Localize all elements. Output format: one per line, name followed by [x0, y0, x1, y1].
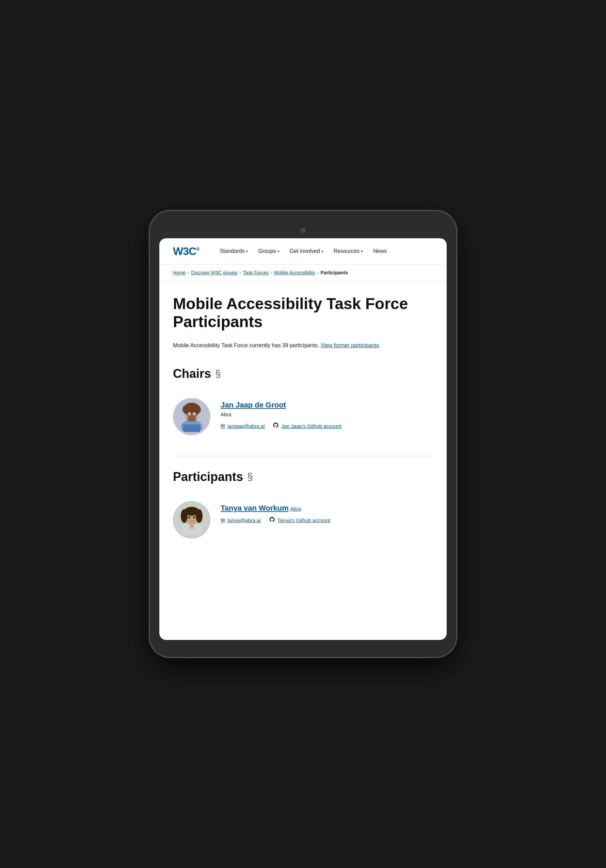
breadcrumb-sep-3: ›: [271, 270, 272, 275]
logo-reg: ®: [196, 246, 199, 252]
view-former-participants-link[interactable]: View former participants: [321, 343, 379, 348]
chair-card-jan: Jan Jaap de Groot Abra ✉ janjaap@abra.ai: [173, 391, 433, 442]
svg-point-5: [186, 403, 198, 410]
breadcrumb-mobile-accessibility[interactable]: Mobile Accessibility: [274, 270, 315, 275]
svg-point-19: [185, 507, 198, 514]
participant-count: Mobile Accessibility Task Force currentl…: [173, 341, 433, 350]
github-link-tanya[interactable]: Tanya's Github account: [269, 516, 330, 524]
chevron-down-icon: ▾: [321, 249, 324, 254]
breadcrumb-sep-2: ›: [240, 270, 241, 275]
github-icon: [269, 516, 275, 524]
person-org-tanya[interactable]: Abra: [290, 506, 301, 512]
device-camera: [301, 228, 305, 233]
nav-bar: W3C® Standards ▾ Groups ▾ Get involved ▾…: [159, 238, 447, 265]
nav-standards[interactable]: Standards ▾: [216, 246, 251, 256]
avatar-jan: [173, 398, 211, 436]
participants-section-symbol: §: [247, 471, 253, 483]
device-frame: W3C® Standards ▾ Groups ▾ Get involved ▾…: [150, 211, 456, 657]
w3c-logo[interactable]: W3C®: [173, 246, 199, 257]
breadcrumb-sep-4: ›: [317, 270, 319, 275]
logo-text: W3C®: [173, 246, 199, 257]
breadcrumb-discover[interactable]: Discover W3C groups: [191, 270, 237, 275]
nav-groups[interactable]: Groups ▾: [255, 246, 282, 256]
chevron-down-icon: ▾: [277, 249, 279, 254]
person-links-jan: ✉ janjaap@abra.ai Jan Jaap's Github acco…: [221, 422, 433, 429]
participants-heading: Participants §: [173, 470, 433, 484]
person-info-jan: Jan Jaap de Groot Abra ✉ janjaap@abra.ai: [221, 398, 433, 436]
chairs-section-symbol: §: [215, 368, 221, 380]
person-org-jan: Abra: [221, 412, 433, 417]
svg-line-9: [185, 414, 187, 414]
email-link-tanya[interactable]: ✉ tanya@abra.ai: [221, 517, 261, 524]
breadcrumb-home[interactable]: Home: [173, 270, 186, 275]
main-content: Mobile Accessibility Task Force Particip…: [159, 281, 447, 576]
participant-card-tanya: Tanya van Workum Abra ✉ tanya@abra.ai: [173, 494, 433, 545]
person-name-jan[interactable]: Jan Jaap de Groot: [221, 401, 286, 409]
svg-rect-12: [183, 425, 200, 432]
nav-get-involved[interactable]: Get involved ▾: [286, 246, 327, 256]
svg-point-20: [188, 516, 190, 519]
nav-resources[interactable]: Resources ▾: [330, 246, 366, 256]
github-link-jan[interactable]: Jan Jaap's Github account: [273, 422, 341, 429]
breadcrumb: Home › Discover W3C groups › Task Forces…: [159, 265, 447, 281]
breadcrumb-sep-1: ›: [188, 270, 189, 275]
email-icon: ✉: [221, 517, 225, 524]
github-icon: [273, 422, 279, 429]
chevron-down-icon: ▾: [246, 249, 248, 254]
page-title: Mobile Accessibility Task Force Particip…: [173, 295, 433, 331]
breadcrumb-participants: Participants: [321, 270, 348, 275]
nav-items: Standards ▾ Groups ▾ Get involved ▾ Reso…: [216, 246, 433, 256]
svg-point-11: [187, 416, 197, 422]
person-info-tanya: Tanya van Workum Abra ✉ tanya@abra.ai: [221, 501, 433, 538]
device-screen: W3C® Standards ▾ Groups ▾ Get involved ▾…: [159, 238, 447, 640]
svg-line-10: [197, 414, 198, 414]
nav-news[interactable]: News: [370, 246, 390, 256]
avatar-tanya: [173, 501, 211, 538]
email-icon: ✉: [221, 423, 225, 429]
email-link-jan[interactable]: ✉ janjaap@abra.ai: [221, 423, 265, 429]
chevron-down-icon: ▾: [361, 249, 363, 254]
breadcrumb-task-forces[interactable]: Task Forces: [243, 270, 269, 275]
svg-point-21: [193, 516, 195, 519]
chairs-heading: Chairs §: [173, 367, 433, 381]
person-links-tanya: ✉ tanya@abra.ai Tanya's Github account: [221, 516, 433, 524]
person-name-tanya[interactable]: Tanya van Workum: [221, 504, 289, 513]
section-divider: [173, 456, 433, 456]
